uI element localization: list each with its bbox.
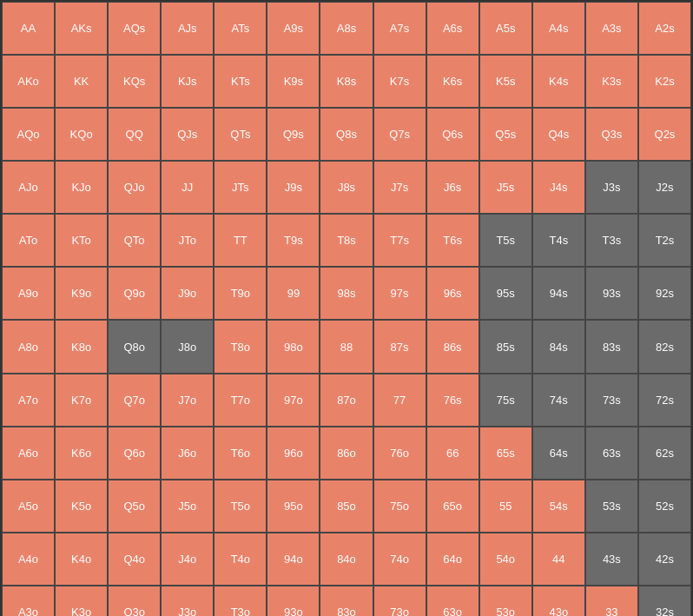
hand-cell[interactable]: K3s (585, 55, 638, 108)
hand-cell[interactable]: 86o (320, 427, 373, 480)
hand-cell[interactable]: K7s (373, 55, 426, 108)
hand-cell[interactable]: 74s (532, 374, 585, 427)
hand-cell[interactable]: T2s (638, 214, 691, 267)
hand-cell[interactable]: KJs (161, 55, 214, 108)
hand-cell[interactable]: J8o (161, 320, 214, 373)
hand-cell[interactable]: 54o (479, 533, 532, 586)
hand-cell[interactable]: T3o (214, 586, 267, 616)
hand-cell[interactable]: 53s (585, 480, 638, 533)
hand-cell[interactable]: 63s (585, 427, 638, 480)
hand-cell[interactable]: K4s (532, 55, 585, 108)
hand-cell[interactable]: Q3s (585, 108, 638, 161)
hand-cell[interactable]: T5o (214, 480, 267, 533)
hand-cell[interactable]: 97s (373, 267, 426, 320)
hand-cell[interactable]: 43s (585, 533, 638, 586)
hand-cell[interactable]: 85s (479, 320, 532, 373)
hand-cell[interactable]: Q9s (267, 108, 320, 161)
hand-cell[interactable]: K7o (55, 374, 108, 427)
hand-cell[interactable]: T7o (214, 374, 267, 427)
hand-cell[interactable]: AA (2, 2, 55, 55)
hand-cell[interactable]: 44 (532, 533, 585, 586)
hand-cell[interactable]: QQ (108, 108, 161, 161)
hand-cell[interactable]: 95o (267, 480, 320, 533)
hand-cell[interactable]: 88 (320, 320, 373, 373)
hand-cell[interactable]: KJo (55, 161, 108, 214)
hand-cell[interactable]: A7s (373, 2, 426, 55)
hand-cell[interactable]: JTs (214, 161, 267, 214)
hand-cell[interactable]: A5s (479, 2, 532, 55)
hand-cell[interactable]: K2s (638, 55, 691, 108)
hand-cell[interactable]: 65s (479, 427, 532, 480)
hand-cell[interactable]: T9s (267, 214, 320, 267)
hand-cell[interactable]: A8o (2, 320, 55, 373)
hand-cell[interactable]: Q4s (532, 108, 585, 161)
hand-cell[interactable]: J3o (161, 586, 214, 616)
hand-cell[interactable]: J5o (161, 480, 214, 533)
hand-cell[interactable]: KTo (55, 214, 108, 267)
hand-cell[interactable]: 92s (638, 267, 691, 320)
hand-cell[interactable]: 96o (267, 427, 320, 480)
hand-cell[interactable]: T3s (585, 214, 638, 267)
hand-cell[interactable]: QTo (108, 214, 161, 267)
hand-cell[interactable]: KQs (108, 55, 161, 108)
hand-cell[interactable]: J7o (161, 374, 214, 427)
hand-cell[interactable]: 52s (638, 480, 691, 533)
hand-cell[interactable]: 85o (320, 480, 373, 533)
hand-cell[interactable]: K8o (55, 320, 108, 373)
hand-cell[interactable]: QTs (214, 108, 267, 161)
hand-cell[interactable]: A6o (2, 427, 55, 480)
hand-cell[interactable]: 75o (373, 480, 426, 533)
hand-cell[interactable]: 54s (532, 480, 585, 533)
hand-cell[interactable]: J8s (320, 161, 373, 214)
hand-cell[interactable]: A8s (320, 2, 373, 55)
hand-cell[interactable]: 83s (585, 320, 638, 373)
hand-cell[interactable]: K4o (55, 533, 108, 586)
hand-cell[interactable]: Q4o (108, 533, 161, 586)
hand-cell[interactable]: J5s (479, 161, 532, 214)
hand-cell[interactable]: KQo (55, 108, 108, 161)
hand-cell[interactable]: JTo (161, 214, 214, 267)
hand-cell[interactable]: T5s (479, 214, 532, 267)
hand-cell[interactable]: J6o (161, 427, 214, 480)
hand-cell[interactable]: T7s (373, 214, 426, 267)
hand-cell[interactable]: AJs (161, 2, 214, 55)
hand-cell[interactable]: 64s (532, 427, 585, 480)
hand-cell[interactable]: A3s (585, 2, 638, 55)
hand-cell[interactable]: T9o (214, 267, 267, 320)
hand-cell[interactable]: 32s (638, 586, 691, 616)
hand-cell[interactable]: 94s (532, 267, 585, 320)
hand-cell[interactable]: Q3o (108, 586, 161, 616)
hand-cell[interactable]: A4o (2, 533, 55, 586)
hand-cell[interactable]: J2s (638, 161, 691, 214)
hand-cell[interactable]: Q2s (638, 108, 691, 161)
hand-cell[interactable]: 53o (479, 586, 532, 616)
hand-cell[interactable]: ATs (214, 2, 267, 55)
hand-cell[interactable]: Q9o (108, 267, 161, 320)
hand-cell[interactable]: J9o (161, 267, 214, 320)
hand-cell[interactable]: 82s (638, 320, 691, 373)
hand-cell[interactable]: A2s (638, 2, 691, 55)
hand-cell[interactable]: 99 (267, 267, 320, 320)
hand-cell[interactable]: K6o (55, 427, 108, 480)
hand-cell[interactable]: TT (214, 214, 267, 267)
hand-cell[interactable]: J6s (426, 161, 479, 214)
hand-cell[interactable]: 97o (267, 374, 320, 427)
hand-cell[interactable]: 93o (267, 586, 320, 616)
hand-cell[interactable]: 63o (426, 586, 479, 616)
hand-cell[interactable]: AJo (2, 161, 55, 214)
hand-cell[interactable]: J9s (267, 161, 320, 214)
hand-cell[interactable]: T4s (532, 214, 585, 267)
hand-cell[interactable]: KTs (214, 55, 267, 108)
hand-cell[interactable]: KK (55, 55, 108, 108)
hand-cell[interactable]: K9o (55, 267, 108, 320)
hand-cell[interactable]: 98o (267, 320, 320, 373)
hand-cell[interactable]: 83o (320, 586, 373, 616)
hand-cell[interactable]: QJs (161, 108, 214, 161)
hand-cell[interactable]: K6s (426, 55, 479, 108)
hand-cell[interactable]: QJo (108, 161, 161, 214)
hand-cell[interactable]: AKs (55, 2, 108, 55)
hand-cell[interactable]: 66 (426, 427, 479, 480)
hand-cell[interactable]: 65o (426, 480, 479, 533)
hand-cell[interactable]: A3o (2, 586, 55, 616)
hand-cell[interactable]: 76s (426, 374, 479, 427)
